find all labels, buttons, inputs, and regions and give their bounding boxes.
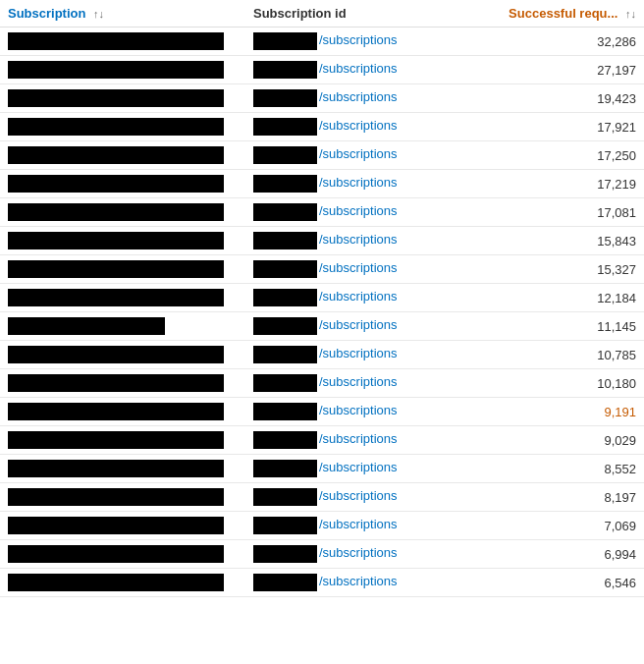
table-row: /subscriptions17,921 <box>0 113 644 141</box>
table-row: /subscriptions9,191 <box>0 398 644 426</box>
table-row: /subscriptions7,069 <box>0 512 644 540</box>
column-label-subscription-id: Subscription id <box>253 6 347 21</box>
cell-subscription-id: /subscriptions <box>245 312 442 341</box>
cell-requests: 32,286 <box>442 28 644 56</box>
table-row: /subscriptions12,184 <box>0 284 644 312</box>
cell-subscription <box>0 369 245 398</box>
table-row: /subscriptions11,145 <box>0 312 644 341</box>
subscription-id-text: /subscriptions <box>319 488 397 503</box>
sort-icon-requests[interactable]: ↑↓ <box>625 8 636 20</box>
table-row: /subscriptions8,552 <box>0 455 644 483</box>
subscription-id-text: /subscriptions <box>319 431 397 446</box>
cell-subscription <box>0 227 245 255</box>
cell-requests: 10,180 <box>442 369 644 398</box>
subscription-id-text: /subscriptions <box>319 574 397 588</box>
cell-subscription-id: /subscriptions <box>245 227 442 255</box>
cell-subscription <box>0 312 245 341</box>
cell-subscription <box>0 84 245 113</box>
subscription-id-text: /subscriptions <box>319 374 397 389</box>
cell-subscription <box>0 141 245 170</box>
subscription-id-text: /subscriptions <box>319 203 397 218</box>
cell-subscription <box>0 28 245 56</box>
cell-subscription-id: /subscriptions <box>245 512 442 540</box>
subscription-id-text: /subscriptions <box>319 146 397 161</box>
table-row: /subscriptions9,029 <box>0 426 644 455</box>
cell-requests: 19,423 <box>442 84 644 113</box>
column-header-subscription-id: Subscription id <box>245 0 442 28</box>
cell-subscription <box>0 483 245 512</box>
cell-requests: 10,785 <box>442 341 644 369</box>
subscription-id-text: /subscriptions <box>319 260 397 275</box>
table-row: /subscriptions32,286 <box>0 28 644 56</box>
cell-subscription-id: /subscriptions <box>245 284 442 312</box>
cell-subscription <box>0 113 245 141</box>
subscription-id-text: /subscriptions <box>319 175 397 190</box>
subscription-id-text: /subscriptions <box>319 289 397 304</box>
cell-subscription <box>0 455 245 483</box>
table-row: /subscriptions15,843 <box>0 227 644 255</box>
cell-subscription-id: /subscriptions <box>245 113 442 141</box>
cell-subscription <box>0 255 245 284</box>
subscription-id-text: /subscriptions <box>319 545 397 560</box>
cell-subscription <box>0 56 245 84</box>
table-row: /subscriptions19,423 <box>0 84 644 113</box>
cell-subscription-id: /subscriptions <box>245 170 442 198</box>
subscription-id-text: /subscriptions <box>319 32 397 47</box>
cell-subscription-id: /subscriptions <box>245 569 442 597</box>
table-row: /subscriptions6,546 <box>0 569 644 597</box>
cell-subscription-id: /subscriptions <box>245 255 442 284</box>
subscription-id-text: /subscriptions <box>319 61 397 76</box>
cell-requests: 8,197 <box>442 483 644 512</box>
table-row: /subscriptions17,081 <box>0 198 644 227</box>
cell-requests: 15,843 <box>442 227 644 255</box>
cell-subscription <box>0 569 245 597</box>
cell-requests: 27,197 <box>442 56 644 84</box>
table-header-row: Subscription ↑↓ Subscription id Successf… <box>0 0 644 28</box>
column-header-requests[interactable]: Successful requ... ↑↓ <box>442 0 644 28</box>
column-label-subscription: Subscription <box>8 6 85 21</box>
cell-subscription-id: /subscriptions <box>245 56 442 84</box>
cell-subscription <box>0 341 245 369</box>
table-row: /subscriptions17,250 <box>0 141 644 170</box>
data-table: Subscription ↑↓ Subscription id Successf… <box>0 0 644 597</box>
cell-subscription-id: /subscriptions <box>245 28 442 56</box>
subscription-id-text: /subscriptions <box>319 232 397 247</box>
sort-icon-subscription[interactable]: ↑↓ <box>93 8 104 20</box>
column-label-requests: Successful requ... <box>509 6 617 21</box>
cell-requests: 6,546 <box>442 569 644 597</box>
cell-subscription <box>0 170 245 198</box>
cell-requests: 9,029 <box>442 426 644 455</box>
cell-requests: 8,552 <box>442 455 644 483</box>
cell-subscription-id: /subscriptions <box>245 455 442 483</box>
cell-subscription-id: /subscriptions <box>245 84 442 113</box>
cell-subscription-id: /subscriptions <box>245 426 442 455</box>
table-row: /subscriptions8,197 <box>0 483 644 512</box>
subscription-id-text: /subscriptions <box>319 403 397 417</box>
table-row: /subscriptions15,327 <box>0 255 644 284</box>
subscription-id-text: /subscriptions <box>319 346 397 360</box>
cell-subscription <box>0 540 245 569</box>
cell-subscription-id: /subscriptions <box>245 540 442 569</box>
cell-requests: 17,250 <box>442 141 644 170</box>
cell-requests: 17,081 <box>442 198 644 227</box>
column-header-subscription[interactable]: Subscription ↑↓ <box>0 0 245 28</box>
cell-subscription <box>0 198 245 227</box>
table-row: /subscriptions10,785 <box>0 341 644 369</box>
subscription-id-text: /subscriptions <box>319 460 397 474</box>
cell-subscription-id: /subscriptions <box>245 369 442 398</box>
cell-subscription <box>0 398 245 426</box>
subscription-id-text: /subscriptions <box>319 89 397 104</box>
cell-requests: 17,219 <box>442 170 644 198</box>
cell-subscription-id: /subscriptions <box>245 198 442 227</box>
cell-subscription <box>0 512 245 540</box>
cell-requests: 17,921 <box>442 113 644 141</box>
table-row: /subscriptions10,180 <box>0 369 644 398</box>
subscription-id-text: /subscriptions <box>319 317 397 332</box>
subscription-id-text: /subscriptions <box>319 118 397 133</box>
subscription-id-text: /subscriptions <box>319 517 397 531</box>
cell-subscription-id: /subscriptions <box>245 398 442 426</box>
cell-requests: 6,994 <box>442 540 644 569</box>
cell-subscription-id: /subscriptions <box>245 341 442 369</box>
cell-subscription <box>0 284 245 312</box>
cell-requests: 9,191 <box>442 398 644 426</box>
